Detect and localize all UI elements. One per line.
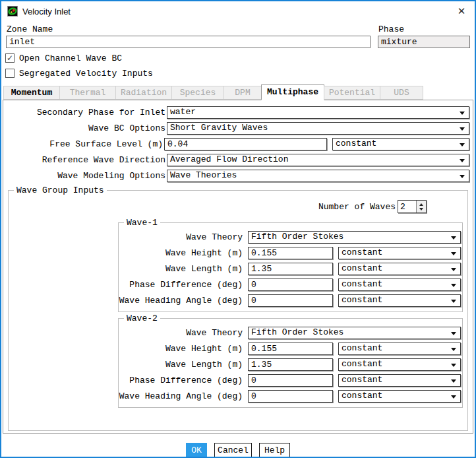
wave-1-theory-row: Wave Theory Fifth Order Stokes xyxy=(119,231,462,244)
wave-1-phase-difference-input[interactable] xyxy=(248,278,333,291)
spin-down-icon[interactable] xyxy=(419,208,423,211)
chevron-down-icon xyxy=(460,159,465,162)
secondary-phase-dropdown[interactable]: water xyxy=(167,106,469,119)
chevron-down-icon xyxy=(451,379,456,383)
chevron-down-icon xyxy=(451,395,456,399)
wave-theory-label: Wave Theory xyxy=(119,232,248,242)
reference-wave-direction-row: Reference Wave Direction Averaged Flow D… xyxy=(3,154,473,166)
number-of-waves-spin-buttons[interactable] xyxy=(416,201,426,213)
phase-label: Phase xyxy=(378,24,470,34)
wave-1-theory-dropdown[interactable]: Fifth Order Stokes xyxy=(248,231,461,244)
wave-2-phase-difference-input[interactable] xyxy=(248,374,333,387)
chevron-down-icon xyxy=(451,364,456,367)
chevron-down-icon xyxy=(460,143,465,147)
segregated-velocity-inputs-row[interactable]: Segregated Velocity Inputs xyxy=(5,68,475,79)
wave-modeling-options-dropdown[interactable]: Wave Theories xyxy=(167,170,469,182)
ok-button[interactable]: OK xyxy=(186,443,207,458)
chevron-down-icon xyxy=(451,300,456,303)
wave-1-phase-difference-method-dropdown[interactable]: constant xyxy=(338,278,461,291)
tab-multiphase[interactable]: Multiphase xyxy=(261,84,324,100)
chevron-down-icon xyxy=(451,348,456,351)
free-surface-level-label: Free Surface Level (m) xyxy=(3,139,164,149)
wave-heading-angle-label: Wave Heading Angle (deg) xyxy=(119,391,248,401)
free-surface-level-row: Free Surface Level (m) constant xyxy=(3,138,473,150)
phase-difference-label: Phase Difference (deg) xyxy=(119,280,248,290)
segregated-velocity-inputs-checkbox[interactable] xyxy=(5,69,15,78)
secondary-phase-row: Secondary Phase for Inlet water xyxy=(3,106,473,119)
wave-bc-options-dropdown[interactable]: Short Gravity Waves xyxy=(167,122,469,135)
wave-length-label: Wave Length (m) xyxy=(119,360,248,370)
wave-2-height-input[interactable] xyxy=(248,343,333,355)
chevron-down-icon xyxy=(460,175,465,178)
wave-2-height-method-value: constant xyxy=(342,343,382,353)
wave-1-length-row: Wave Length (m) constant xyxy=(119,263,462,275)
secondary-phase-label: Secondary Phase for Inlet xyxy=(3,108,167,117)
wave-1-heading-angle-input[interactable] xyxy=(248,294,333,307)
wave-1-length-input[interactable] xyxy=(248,263,333,275)
reference-wave-direction-dropdown[interactable]: Averaged Flow Direction xyxy=(167,154,469,166)
wave-modeling-options-value: Wave Theories xyxy=(170,170,237,180)
wave-2-theory-dropdown[interactable]: Fifth Order Stokes xyxy=(248,327,461,339)
tab-potential: Potential xyxy=(324,86,380,100)
wave-height-label: Wave Height (m) xyxy=(119,344,248,354)
wave-2-length-row: Wave Length (m) constant xyxy=(119,358,462,371)
free-surface-level-input[interactable] xyxy=(164,138,327,150)
wave-2-heading-angle-input[interactable] xyxy=(248,390,333,403)
wave-1-phase-difference-row: Phase Difference (deg) constant xyxy=(119,278,462,291)
wave-2-length-input[interactable] xyxy=(248,358,333,371)
wave-1-heading-angle-method-value: constant xyxy=(342,295,382,305)
wave-modeling-options-label: Wave Modeling Options xyxy=(3,171,167,181)
wave-1-legend: Wave-1 xyxy=(124,218,160,228)
wave-group-inputs-fieldset: Wave Group Inputs Number of Waves Wave-1… xyxy=(8,185,468,431)
reference-wave-direction-label: Reference Wave Direction xyxy=(3,155,167,165)
wave-2-phase-difference-method-value: constant xyxy=(342,375,382,385)
chevron-down-icon xyxy=(451,332,456,335)
open-channel-wave-bc-checkbox[interactable]: ✓ xyxy=(5,53,15,63)
wave-bc-options-row: Wave BC Options Short Gravity Waves xyxy=(3,122,473,135)
tab-thermal: Thermal xyxy=(59,86,116,100)
wave-2-heading-angle-method-dropdown[interactable]: constant xyxy=(338,390,461,403)
help-button[interactable]: Help xyxy=(259,443,290,458)
chevron-down-icon xyxy=(451,236,456,240)
wave-2-heading-angle-method-value: constant xyxy=(342,391,382,401)
wave-bc-options-label: Wave BC Options xyxy=(3,123,167,133)
zone-name-input[interactable] xyxy=(6,36,371,48)
open-channel-wave-bc-label: Open Channel Wave BC xyxy=(19,53,122,63)
wave-1-length-method-value: constant xyxy=(342,263,382,273)
phase-group: Phase mixture xyxy=(378,23,470,48)
zone-name-group: Zone Name xyxy=(6,23,371,48)
phase-value-box: mixture xyxy=(378,36,470,48)
free-surface-level-method-dropdown[interactable]: constant xyxy=(332,138,469,150)
tab-momentum[interactable]: Momentum xyxy=(3,86,60,100)
tab-bar: Momentum Thermal Radiation Species DPM M… xyxy=(1,84,475,100)
number-of-waves-row: Number of Waves xyxy=(9,200,467,213)
velocity-inlet-dialog: Velocity Inlet ✕ Zone Name Phase mixture… xyxy=(0,0,476,458)
wave-2-theory-row: Wave Theory Fifth Order Stokes xyxy=(119,327,462,339)
wave-height-label: Wave Height (m) xyxy=(119,248,248,258)
wave-2-height-method-dropdown[interactable]: constant xyxy=(338,343,461,355)
wave-2-heading-angle-row: Wave Heading Angle (deg) constant xyxy=(119,390,462,403)
zone-phase-row: Zone Name Phase mixture xyxy=(1,21,475,48)
open-channel-wave-bc-row[interactable]: ✓ Open Channel Wave BC xyxy=(5,53,475,63)
footer-button-bar: OK Cancel Help xyxy=(1,434,475,458)
wave-2-length-method-dropdown[interactable]: constant xyxy=(338,358,461,371)
spin-up-icon[interactable] xyxy=(419,203,423,206)
title-bar: Velocity Inlet ✕ xyxy=(1,1,475,21)
wave-1-heading-angle-method-dropdown[interactable]: constant xyxy=(338,294,461,307)
wave-1-height-input[interactable] xyxy=(248,247,333,259)
wave-1-height-method-value: constant xyxy=(342,247,382,257)
tab-radiation: Radiation xyxy=(115,86,172,100)
wave-1-theory-value: Fifth Order Stokes xyxy=(251,232,343,242)
wave-1-height-row: Wave Height (m) constant xyxy=(119,247,462,259)
dialog-title: Velocity Inlet xyxy=(22,7,454,16)
cancel-button[interactable]: Cancel xyxy=(214,443,252,458)
wave-2-fieldset: Wave-2 Wave Theory Fifth Order Stokes Wa… xyxy=(118,313,463,408)
wave-1-length-method-dropdown[interactable]: constant xyxy=(338,263,461,275)
free-surface-level-method-value: constant xyxy=(336,139,376,148)
close-icon[interactable]: ✕ xyxy=(454,4,469,18)
wave-group-inputs-legend: Wave Group Inputs xyxy=(14,185,107,195)
wave-2-phase-difference-method-dropdown[interactable]: constant xyxy=(338,374,461,387)
number-of-waves-input[interactable] xyxy=(398,201,416,213)
wave-1-height-method-dropdown[interactable]: constant xyxy=(338,247,461,259)
chevron-down-icon xyxy=(451,284,456,287)
